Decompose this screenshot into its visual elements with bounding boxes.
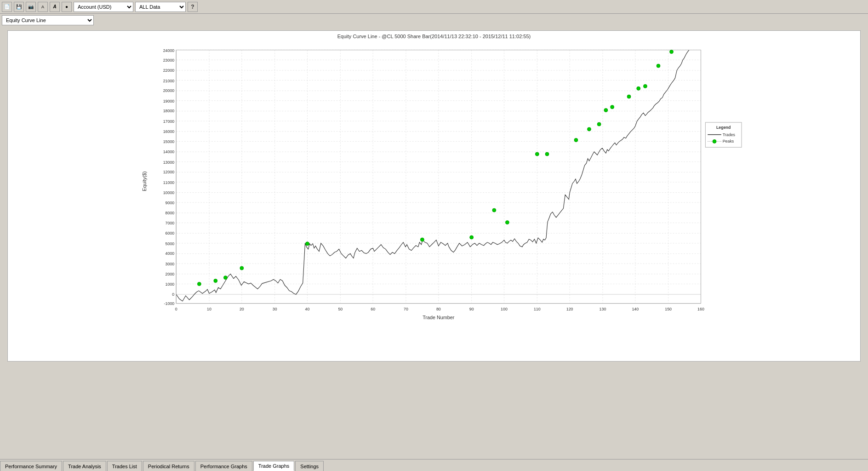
svg-text:12000: 12000 xyxy=(163,170,175,174)
svg-text:20000: 20000 xyxy=(163,88,175,93)
svg-text:2000: 2000 xyxy=(166,272,175,276)
svg-text:100: 100 xyxy=(501,307,508,311)
peak-dot xyxy=(470,236,474,239)
svg-text:16000: 16000 xyxy=(163,129,175,134)
toolbar-btn-6[interactable]: ● xyxy=(62,2,72,12)
peak-dot xyxy=(604,109,608,112)
svg-text:110: 110 xyxy=(534,307,541,311)
view-dropdown[interactable]: Equity Curve Line Equity Curve Bar Under… xyxy=(2,15,94,25)
peak-dot xyxy=(240,266,244,270)
peak-dot xyxy=(197,282,201,286)
peak-dot xyxy=(535,152,539,156)
toolbar-btn-5[interactable]: A xyxy=(50,2,60,12)
svg-text:23000: 23000 xyxy=(163,58,175,63)
chart-area: Equity Curve Line - @CL 5000 Share Bar(2… xyxy=(7,30,861,362)
svg-text:50: 50 xyxy=(338,307,343,311)
svg-text:30: 30 xyxy=(273,307,277,311)
peak-dot xyxy=(306,242,309,246)
svg-text:15000: 15000 xyxy=(163,139,175,144)
bottom-tabs: Performance Summary Trade Analysis Trade… xyxy=(0,459,868,471)
svg-text:70: 70 xyxy=(404,307,408,311)
svg-text:90: 90 xyxy=(469,307,474,311)
svg-text:140: 140 xyxy=(632,307,639,311)
peak-dot xyxy=(637,86,640,90)
peak-dot xyxy=(670,50,674,54)
svg-text:3000: 3000 xyxy=(166,262,175,266)
peak-dot xyxy=(611,105,614,109)
svg-text:0: 0 xyxy=(175,307,177,311)
legend-peaks-label: Peaks xyxy=(723,139,734,144)
peak-dot xyxy=(588,127,591,131)
view-bar: Equity Curve Line Equity Curve Bar Under… xyxy=(0,14,868,27)
tab-trade-graphs[interactable]: Trade Graphs xyxy=(253,461,294,471)
svg-text:150: 150 xyxy=(665,307,672,311)
toolbar-btn-1[interactable]: 📄 xyxy=(2,2,12,12)
peak-dot xyxy=(505,221,509,224)
account-dropdown[interactable]: Account (USD) xyxy=(74,2,133,12)
x-axis-label: Trade Number xyxy=(423,315,455,320)
peak-dot xyxy=(597,122,601,126)
peak-dot xyxy=(657,64,660,68)
tab-settings[interactable]: Settings xyxy=(295,461,324,471)
svg-text:5000: 5000 xyxy=(166,241,175,246)
svg-text:13000: 13000 xyxy=(163,160,175,165)
svg-text:1000: 1000 xyxy=(166,282,175,287)
peak-dot xyxy=(224,276,228,280)
svg-text:17000: 17000 xyxy=(163,119,175,124)
tab-trades-list[interactable]: Trades List xyxy=(107,461,142,471)
svg-text:120: 120 xyxy=(566,307,573,311)
chart-title: Equity Curve Line - @CL 5000 Share Bar(2… xyxy=(8,31,860,41)
toolbar-btn-4[interactable]: A xyxy=(38,2,48,12)
svg-text:19000: 19000 xyxy=(163,99,175,103)
toolbar-btn-3[interactable]: 📷 xyxy=(26,2,36,12)
help-button[interactable]: ? xyxy=(188,2,198,12)
svg-text:11000: 11000 xyxy=(163,180,175,185)
svg-text:14000: 14000 xyxy=(163,149,175,154)
toolbar: 📄 💾 📷 A A ● Account (USD) ALL Data ? xyxy=(0,0,868,14)
tab-performance-summary[interactable]: Performance Summary xyxy=(0,461,62,471)
svg-text:21000: 21000 xyxy=(163,79,175,83)
y-axis-label: Equity($) xyxy=(142,171,147,191)
svg-text:8000: 8000 xyxy=(166,211,175,215)
peak-dot xyxy=(214,279,217,283)
svg-text:9000: 9000 xyxy=(166,201,175,205)
tab-performance-graphs[interactable]: Performance Graphs xyxy=(195,461,252,471)
svg-text:24000: 24000 xyxy=(163,48,175,53)
svg-text:160: 160 xyxy=(697,307,704,311)
svg-text:22000: 22000 xyxy=(163,68,175,73)
svg-text:10000: 10000 xyxy=(163,190,175,195)
equity-curve-chart: Equity($) Trade Number 24000 23000 22000… xyxy=(8,41,860,322)
svg-text:130: 130 xyxy=(600,307,606,311)
data-dropdown[interactable]: ALL Data xyxy=(135,2,186,12)
peak-dot xyxy=(492,208,496,212)
peak-dot xyxy=(420,238,424,241)
svg-text:7000: 7000 xyxy=(166,221,175,225)
legend-peaks-dot xyxy=(713,139,716,143)
svg-text:-1000: -1000 xyxy=(164,301,175,306)
toolbar-btn-2[interactable]: 💾 xyxy=(14,2,24,12)
legend-trades-label: Trades xyxy=(723,132,736,137)
svg-text:40: 40 xyxy=(305,307,310,311)
tab-periodical-returns[interactable]: Periodical Returns xyxy=(143,461,194,471)
peak-dot xyxy=(545,152,549,156)
svg-text:4000: 4000 xyxy=(166,251,175,256)
legend-title: Legend xyxy=(716,125,731,130)
svg-text:60: 60 xyxy=(371,307,375,311)
svg-text:10: 10 xyxy=(207,307,211,311)
peak-dot xyxy=(574,138,578,142)
svg-text:80: 80 xyxy=(436,307,441,311)
svg-text:6000: 6000 xyxy=(166,231,175,236)
peak-dot xyxy=(644,84,647,88)
svg-text:0: 0 xyxy=(172,292,174,297)
tab-trade-analysis[interactable]: Trade Analysis xyxy=(63,461,106,471)
svg-text:20: 20 xyxy=(240,307,244,311)
peak-dot xyxy=(627,95,631,98)
svg-text:18000: 18000 xyxy=(163,109,175,113)
